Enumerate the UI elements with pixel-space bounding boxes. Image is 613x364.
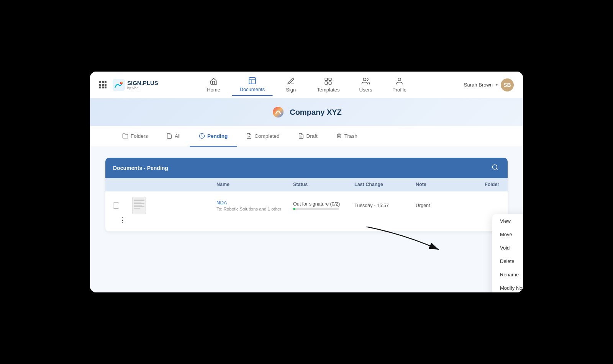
more-options-button[interactable]: ⋮ [113, 214, 132, 226]
search-icon [492, 164, 498, 171]
doc-name[interactable]: NDA [216, 200, 293, 206]
svg-point-2 [121, 82, 123, 83]
context-item-move[interactable]: Move [492, 228, 523, 241]
doc-thumbnail [132, 197, 146, 214]
row-thumb-cell [132, 197, 216, 214]
all-tab-icon [166, 133, 172, 139]
nav-user[interactable]: Sarah Brown ▾ SB [464, 78, 514, 91]
nav-item-templates[interactable]: Templates [309, 74, 347, 96]
doc-recipient: To: Robotic Solutions and 1 other [216, 207, 293, 211]
templates-icon [324, 77, 333, 85]
tab-trash[interactable]: Trash [327, 126, 367, 147]
tab-draft[interactable]: Draft [289, 126, 327, 147]
svg-point-11 [398, 78, 401, 81]
logo-subtitle: by Alohi [127, 86, 158, 90]
draft-tab-icon [298, 133, 304, 139]
company-banner: Company XYZ [90, 98, 523, 126]
main-content: Documents - Pending Name Status Last Cha… [90, 147, 523, 292]
note-text: Urgent [416, 203, 485, 208]
company-logo-icon [271, 105, 285, 119]
logo[interactable]: SIGN.PLUS by Alohi [113, 79, 158, 91]
pending-tab-icon [199, 133, 205, 139]
context-item-delete[interactable]: Delete [492, 255, 523, 268]
col-lastchange-header: Last Change [354, 182, 416, 187]
col-note-header: Note [416, 182, 485, 187]
arrow-pointer [366, 227, 443, 265]
company-name: Company XYZ [290, 108, 342, 117]
nav-item-home[interactable]: Home [198, 74, 229, 96]
nav-item-users[interactable]: Users [351, 74, 381, 96]
svg-point-10 [363, 78, 366, 81]
col-headers: Name Status Last Change Note Folder [105, 178, 508, 191]
tab-completed[interactable]: Completed [237, 126, 288, 147]
context-item-void[interactable]: Void [492, 241, 523, 255]
col-status-header: Status [293, 182, 354, 187]
svg-line-17 [496, 168, 497, 170]
logo-text-group: SIGN.PLUS by Alohi [127, 80, 158, 90]
avatar: SB [501, 78, 514, 91]
tab-pending[interactable]: Pending [190, 126, 237, 147]
svg-point-12 [273, 107, 284, 118]
nav-item-documents[interactable]: Documents [232, 73, 273, 96]
users-icon [362, 77, 370, 85]
col-folder-header: Folder [485, 182, 500, 187]
navbar: SIGN.PLUS by Alohi Home Document [90, 72, 523, 98]
context-menu: View Move Void Delete Rename Modify Note… [492, 214, 523, 292]
sign-icon [287, 77, 295, 85]
nav-item-sign[interactable]: Sign [275, 74, 306, 96]
nav-items: Home Documents Sign [198, 73, 415, 96]
documents-icon [248, 77, 256, 85]
search-button[interactable] [490, 162, 500, 173]
svg-rect-8 [325, 82, 328, 84]
context-item-modify-note[interactable]: Modify Note [492, 281, 523, 292]
context-item-view[interactable]: View [492, 214, 523, 228]
grid-icon[interactable] [99, 81, 107, 88]
folder-tab-icon [122, 133, 128, 139]
doc-info: NDA To: Robotic Solutions and 1 other [216, 200, 293, 211]
row-checkbox[interactable] [113, 202, 119, 209]
tab-folders[interactable]: Folders [113, 126, 157, 147]
table-row: NDA To: Robotic Solutions and 1 other Ou… [105, 191, 508, 232]
doc-tabs: Folders All Pending Completed [90, 126, 523, 147]
svg-rect-9 [329, 82, 331, 84]
context-item-rename[interactable]: Rename [492, 268, 523, 281]
app-window: SIGN.PLUS by Alohi Home Document [90, 72, 523, 292]
nav-item-profile[interactable]: Profile [384, 74, 415, 96]
doc-table-header: Documents - Pending [105, 158, 508, 178]
doc-table: Documents - Pending Name Status Last Cha… [105, 158, 508, 232]
tab-all[interactable]: All [157, 126, 190, 147]
last-change: Tuesday - 15:57 [354, 203, 416, 208]
completed-tab-icon [246, 133, 252, 139]
trash-tab-icon [336, 133, 342, 139]
svg-rect-3 [249, 78, 256, 84]
col-name-header: Name [216, 182, 293, 187]
progress-bar [293, 208, 339, 210]
user-dropdown-arrow: ▾ [496, 83, 498, 87]
user-name: Sarah Brown [464, 82, 493, 88]
profile-icon [395, 77, 404, 85]
svg-rect-7 [329, 78, 331, 80]
progress-fill [293, 208, 295, 210]
doc-table-title: Documents - Pending [113, 165, 168, 171]
logo-name: SIGN.PLUS [127, 80, 158, 86]
svg-rect-6 [325, 78, 328, 80]
svg-point-16 [492, 165, 497, 169]
logo-icon [113, 79, 125, 91]
status-text: Out for signature (0/2) [293, 201, 354, 207]
row-checkbox-cell [113, 202, 132, 209]
home-icon [210, 77, 218, 85]
doc-status: Out for signature (0/2) [293, 201, 354, 210]
